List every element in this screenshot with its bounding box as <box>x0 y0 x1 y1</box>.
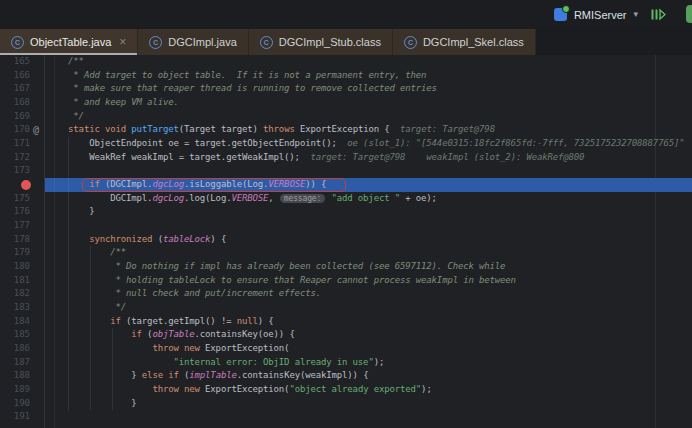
code-line[interactable]: 180 * Do nothing if impl has already bee… <box>0 260 692 274</box>
code-line[interactable]: 183 */ <box>0 301 692 315</box>
code-text: * and keep VM alive. <box>47 96 179 110</box>
code-text: /** <box>47 55 84 69</box>
code-line[interactable]: 178 synchronized (tableLock) { <box>0 233 692 247</box>
code-text: "internal error: ObjID already in use"); <box>47 356 384 370</box>
code-line[interactable]: 172 WeakRef weakImpl = target.getWeakImp… <box>0 151 692 165</box>
line-number: 183 <box>0 301 30 315</box>
code-text: */ <box>47 301 126 315</box>
class-icon: C <box>404 36 417 49</box>
code-text: if (target.getImpl() != null) { <box>47 315 274 329</box>
code-text: DGCImpl.dgcLog.log(Log.VERBOSE, message:… <box>47 192 437 206</box>
line-number: 184 <box>0 315 30 329</box>
code-line[interactable]: 187 "internal error: ObjID already in us… <box>0 356 692 370</box>
line-number: 187 <box>0 356 30 370</box>
code-line[interactable]: 189 throw new ExportException("object al… <box>0 383 692 397</box>
parameter-hint-pill: message: <box>280 194 325 203</box>
code-text: * make sure that reaper thread is runnin… <box>47 82 437 96</box>
code-line[interactable]: 179 /** <box>0 246 692 260</box>
tab-dgcimpl-stub-class[interactable]: CDGCImpl_Stub.class <box>249 29 393 55</box>
line-number: 169 <box>0 110 30 124</box>
line-number: 185 <box>0 328 30 342</box>
indent-guide <box>112 328 113 410</box>
class-icon: C <box>149 36 162 49</box>
tab-dgcimpl-skel-class[interactable]: CDGCImpl_Skel.class <box>393 29 536 55</box>
code-line[interactable]: 168 * and keep VM alive. <box>0 96 692 110</box>
code-line[interactable]: 170@ static void putTarget(Target target… <box>0 123 692 137</box>
code-text: ObjectEndpoint oe = target.getObjectEndp… <box>47 137 684 151</box>
code-text: /** <box>47 246 126 260</box>
line-number: 181 <box>0 274 30 288</box>
code-text: * null check and put/increment effects. <box>47 287 321 301</box>
annotation-gutter-icon: @ <box>33 123 39 137</box>
resume-button[interactable] <box>651 8 666 21</box>
line-number: 177 <box>0 219 30 233</box>
code-line[interactable]: 182 * null check and put/increment effec… <box>0 287 692 301</box>
run-configuration-selector[interactable]: RMIServer ▾ <box>554 0 666 29</box>
close-icon[interactable]: × <box>119 36 126 48</box>
code-line[interactable]: 175 DGCImpl.dgcLog.log(Log.VERBOSE, mess… <box>0 192 692 206</box>
line-number: 189 <box>0 383 30 397</box>
line-number: 175 <box>0 192 30 206</box>
code-text: * holding tableLock to ensure that Reape… <box>47 274 516 288</box>
line-number: 173 <box>0 164 30 178</box>
line-number: 182 <box>0 287 30 301</box>
code-editor[interactable]: 165 /**166 * Add target to object table.… <box>0 55 692 428</box>
code-line[interactable]: 190 } <box>0 397 692 411</box>
tab-label: DGCImpl.java <box>168 36 236 48</box>
code-line[interactable]: 173 <box>0 164 692 178</box>
code-text: */ <box>47 110 84 124</box>
code-line[interactable]: 166 * Add target to object table. If it … <box>0 69 692 83</box>
tab-label: ObjectTable.java <box>30 36 111 48</box>
highlight-outline <box>82 178 346 192</box>
code-line[interactable]: 191 <box>0 410 692 424</box>
code-line[interactable]: 186 throw new ExportException( <box>0 342 692 356</box>
code-line[interactable]: if (DGCImpl.dgcLog.isLoggable(Log.VERBOS… <box>0 178 692 192</box>
code-line[interactable]: 167 * make sure that reaper thread is ru… <box>0 82 692 96</box>
indent-guide <box>68 137 69 411</box>
code-line[interactable]: 165 /** <box>0 55 692 69</box>
top-bar: RMIServer ▾ <box>0 0 692 29</box>
code-line[interactable]: 184 if (target.getImpl() != null) { <box>0 315 692 329</box>
run-config-icon <box>554 8 567 21</box>
line-number: 176 <box>0 205 30 219</box>
code-line[interactable]: 181 * holding tableLock to ensure that R… <box>0 274 692 288</box>
line-number: 172 <box>0 151 30 165</box>
line-number: 171 <box>0 137 30 151</box>
line-number: 168 <box>0 96 30 110</box>
code-text: } <box>47 397 137 411</box>
indent-guide <box>90 246 91 410</box>
code-text: WeakRef weakImpl = target.getWeakImpl();… <box>47 151 584 165</box>
partial-button[interactable] <box>686 5 692 23</box>
code-line[interactable]: 176 } <box>0 205 692 219</box>
code-text: if (objTable.containsKey(oe)) { <box>47 328 295 342</box>
line-number: 178 <box>0 233 30 247</box>
code-text: throw new ExportException("object alread… <box>47 383 432 397</box>
code-line[interactable]: 171 ObjectEndpoint oe = target.getObject… <box>0 137 692 151</box>
tab-label: DGCImpl_Skel.class <box>423 36 524 48</box>
code-text: * Do nothing if impl has already been co… <box>47 260 505 274</box>
class-icon: C <box>260 36 273 49</box>
code-text: throw new ExportException( <box>47 342 289 356</box>
line-number: 188 <box>0 369 30 383</box>
code-line[interactable]: 169 */ <box>0 110 692 124</box>
line-number: 165 <box>0 55 30 69</box>
line-number: 166 <box>0 69 30 83</box>
line-number: 191 <box>0 410 30 424</box>
code-line[interactable]: 185 if (objTable.containsKey(oe)) { <box>0 328 692 342</box>
resume-icon <box>651 8 666 21</box>
line-number: 180 <box>0 260 30 274</box>
code-line[interactable]: 177 <box>0 219 692 233</box>
tab-label: DGCImpl_Stub.class <box>279 36 381 48</box>
line-number: 190 <box>0 397 30 411</box>
breakpoint-icon[interactable] <box>21 180 31 190</box>
tab-objecttable-java[interactable]: CObjectTable.java× <box>0 29 138 55</box>
class-icon: C <box>11 36 24 49</box>
code-line[interactable]: 188 } else if (implTable.containsKey(wea… <box>0 369 692 383</box>
fold-column-border <box>54 55 55 428</box>
code-text: * Add target to object table. If it is n… <box>47 69 426 83</box>
code-text: } else if (implTable.containsKey(weakImp… <box>47 369 368 383</box>
tab-dgcimpl-java[interactable]: CDGCImpl.java <box>138 29 248 55</box>
chevron-down-icon: ▾ <box>633 9 638 19</box>
line-number: 186 <box>0 342 30 356</box>
line-number: 170 <box>0 123 30 137</box>
